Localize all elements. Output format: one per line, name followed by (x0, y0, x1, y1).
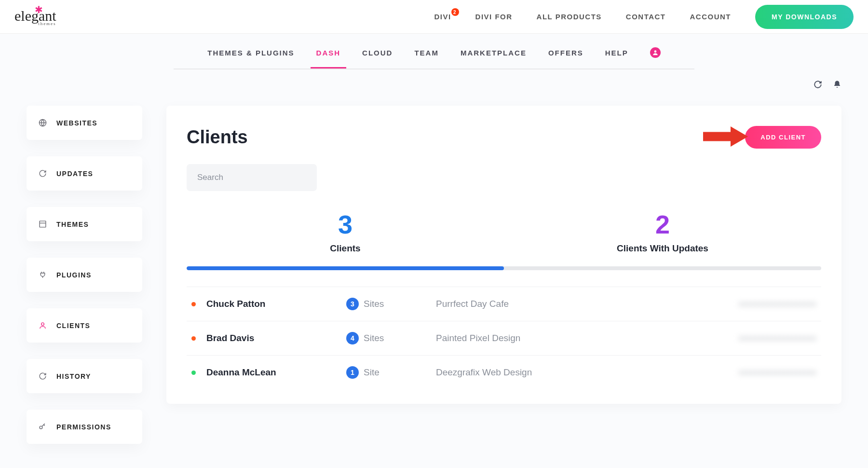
tab-themes-plugins[interactable]: THEMES & PLUGINS (207, 49, 294, 68)
stat-value: 2 (504, 211, 821, 237)
svg-point-4 (40, 426, 42, 429)
tab-offers[interactable]: OFFERS (548, 49, 583, 68)
client-name: Deanna McLean (206, 367, 346, 378)
client-company: Deezgrafix Web Design (436, 367, 691, 378)
nav-contact[interactable]: CONTACT (626, 13, 666, 21)
tab-help[interactable]: HELP (605, 49, 628, 68)
my-downloads-button[interactable]: MY DOWNLOADS (755, 5, 854, 29)
client-email-blurred: xxxxxxxxxxxxxxxxxxx (691, 299, 816, 309)
sidebar-item-updates[interactable]: UPDATES (27, 156, 142, 191)
client-company: Painted Pixel Design (436, 333, 691, 344)
svg-point-0 (654, 50, 656, 53)
client-name: Chuck Patton (206, 299, 346, 309)
status-dot-icon (191, 371, 196, 375)
key-icon (38, 423, 47, 431)
page-title: Clients (187, 127, 248, 148)
status-dot-icon (191, 302, 196, 306)
client-row[interactable]: Deanna McLean 1 Site Deezgrafix Web Desi… (187, 355, 821, 389)
sidebar-item-label: HISTORY (56, 372, 91, 380)
search-input[interactable] (187, 164, 317, 191)
site-count-badge: 4 (346, 332, 359, 344)
nav-label: DIVI (434, 13, 451, 21)
add-client-button[interactable]: ADD CLIENT (745, 126, 821, 149)
sidebar: WEBSITES UPDATES THEMES PLUGINS CLIENTS … (27, 106, 142, 444)
refresh-icon[interactable] (814, 80, 822, 91)
refresh-icon (38, 169, 47, 178)
tab-team[interactable]: TEAM (414, 49, 439, 68)
content-wrapper: WEBSITES UPDATES THEMES PLUGINS CLIENTS … (0, 91, 868, 444)
sidebar-item-websites[interactable]: WEBSITES (27, 106, 142, 140)
refresh-icon (38, 372, 47, 380)
client-row[interactable]: Brad Davis 4 Sites Painted Pixel Design … (187, 321, 821, 355)
sidebar-item-themes[interactable]: THEMES (27, 207, 142, 241)
status-dot-icon (191, 336, 196, 341)
client-email-blurred: xxxxxxxxxxxxxxxxxxx (691, 333, 816, 343)
nav-divi-for[interactable]: DIVI FOR (475, 13, 513, 21)
sidebar-item-label: PLUGINS (56, 271, 92, 279)
layout-icon (38, 220, 47, 228)
client-company: Purrfect Day Cafe (436, 299, 691, 309)
svg-rect-2 (40, 221, 46, 227)
stats-row: 3 Clients 2 Clients With Updates (187, 211, 821, 254)
stat-value: 3 (187, 211, 504, 237)
logo-star-icon: ✱ (35, 4, 43, 15)
nav-all-products[interactable]: ALL PRODUCTS (537, 13, 602, 21)
sidebar-item-history[interactable]: HISTORY (27, 359, 142, 393)
sidebar-item-label: CLIENTS (56, 322, 90, 330)
site-count-badge: 3 (346, 298, 359, 310)
bell-icon[interactable] (833, 80, 841, 91)
sidebar-item-plugins[interactable]: PLUGINS (27, 258, 142, 292)
client-row[interactable]: Chuck Patton 3 Sites Purrfect Day Cafe x… (187, 287, 821, 321)
sites-label: Site (364, 367, 436, 378)
sidebar-item-clients[interactable]: CLIENTS (27, 308, 142, 343)
sidebar-item-permissions[interactable]: PERMISSIONS (27, 410, 142, 444)
client-name: Brad Davis (206, 333, 346, 344)
sites-label: Sites (364, 333, 436, 344)
user-icon (38, 321, 47, 330)
tab-cloud[interactable]: CLOUD (362, 49, 393, 68)
stat-label: Clients With Updates (504, 243, 821, 254)
progress-fill (187, 266, 504, 270)
top-header: elegant✱ themes DIVI2 DIVI FOR ALL PRODU… (0, 0, 868, 34)
stat-label: Clients (187, 243, 504, 254)
panel-header: Clients ADD CLIENT (187, 126, 821, 149)
sidebar-item-label: UPDATES (56, 170, 93, 178)
sites-label: Sites (364, 299, 436, 309)
client-email-blurred: xxxxxxxxxxxxxxxxxxx (691, 368, 816, 377)
nav-account[interactable]: ACCOUNT (690, 13, 732, 21)
sidebar-item-label: THEMES (56, 220, 89, 228)
tab-marketplace[interactable]: MARKETPLACE (461, 49, 527, 68)
svg-marker-5 (703, 126, 748, 147)
arrow-annotation-icon (703, 124, 749, 151)
main-panel: Clients ADD CLIENT 3 Clients 2 Clients W… (166, 106, 841, 404)
globe-icon (38, 119, 47, 127)
plug-icon (38, 271, 47, 279)
top-nav: DIVI2 DIVI FOR ALL PRODUCTS CONTACT ACCO… (434, 5, 854, 29)
tab-dash[interactable]: DASH (316, 49, 341, 68)
clients-list: Chuck Patton 3 Sites Purrfect Day Cafe x… (187, 287, 821, 389)
secondary-nav: THEMES & PLUGINS DASH CLOUD TEAM MARKETP… (174, 34, 694, 69)
utility-bar (0, 69, 868, 91)
site-count-badge: 1 (346, 366, 359, 379)
user-avatar-icon[interactable] (650, 47, 661, 58)
nav-divi[interactable]: DIVI2 (434, 13, 451, 21)
sidebar-item-label: WEBSITES (56, 119, 97, 127)
badge-count: 2 (451, 8, 459, 16)
stat-clients[interactable]: 3 Clients (187, 211, 504, 254)
stats-progress-bar (187, 266, 821, 270)
sidebar-item-label: PERMISSIONS (56, 423, 111, 431)
stat-clients-with-updates[interactable]: 2 Clients With Updates (504, 211, 821, 254)
brand-logo[interactable]: elegant✱ themes (14, 8, 56, 26)
svg-point-3 (41, 323, 44, 326)
